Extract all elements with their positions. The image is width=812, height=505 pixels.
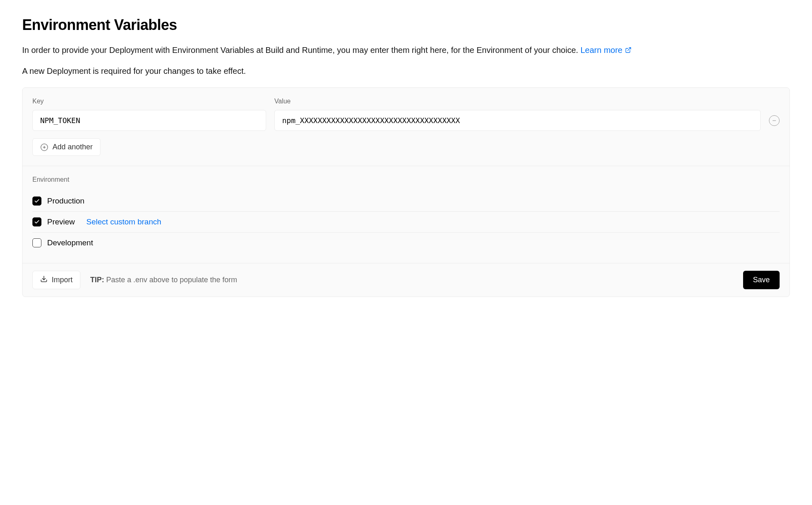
- add-another-button[interactable]: Add another: [32, 138, 100, 156]
- env-row-development: Development: [32, 233, 780, 253]
- learn-more-link[interactable]: Learn more: [580, 43, 631, 57]
- download-icon: [40, 275, 48, 285]
- label-preview: Preview: [47, 217, 75, 226]
- plus-circle-icon: [40, 143, 48, 151]
- svg-line-0: [627, 48, 630, 50]
- description-body: In order to provide your Deployment with…: [22, 46, 580, 55]
- footer-left: Import TIP: Paste a .env above to popula…: [32, 271, 237, 289]
- checkbox-development[interactable]: [32, 238, 41, 247]
- variable-row: [32, 110, 780, 131]
- value-input[interactable]: [274, 110, 761, 131]
- add-another-label: Add another: [52, 143, 93, 151]
- key-label: Key: [32, 98, 266, 105]
- tip-body: Paste a .env above to populate the form: [104, 276, 237, 284]
- label-development: Development: [47, 238, 93, 247]
- check-icon: [34, 198, 40, 204]
- import-button[interactable]: Import: [32, 271, 80, 289]
- env-variables-panel: Key Value Add another Enviro: [22, 87, 790, 297]
- page-title: Environment Variables: [22, 16, 790, 34]
- env-row-preview: Preview Select custom branch: [32, 212, 780, 233]
- tip-text: TIP: Paste a .env above to populate the …: [90, 276, 237, 284]
- check-icon: [34, 219, 40, 225]
- env-row-production: Production: [32, 191, 780, 212]
- external-link-icon: [625, 47, 632, 53]
- checkbox-production[interactable]: [32, 197, 41, 206]
- label-production: Production: [47, 197, 84, 206]
- environment-section: Environment Production Preview Select cu…: [23, 166, 789, 263]
- value-label: Value: [274, 98, 780, 105]
- remove-row-button[interactable]: [769, 115, 780, 126]
- description-text: In order to provide your Deployment with…: [22, 43, 790, 57]
- learn-more-text: Learn more: [580, 43, 622, 57]
- save-button[interactable]: Save: [743, 271, 780, 289]
- panel-footer: Import TIP: Paste a .env above to popula…: [23, 263, 789, 297]
- tip-label: TIP:: [90, 276, 104, 284]
- environment-heading: Environment: [32, 176, 780, 183]
- checkbox-preview[interactable]: [32, 217, 41, 226]
- deployment-note: A new Deployment is required for your ch…: [22, 66, 790, 76]
- import-label: Import: [52, 276, 73, 284]
- variables-section: Key Value Add another: [23, 88, 789, 166]
- select-custom-branch-link[interactable]: Select custom branch: [87, 217, 162, 226]
- key-input[interactable]: [32, 110, 266, 131]
- minus-circle-icon: [771, 118, 777, 123]
